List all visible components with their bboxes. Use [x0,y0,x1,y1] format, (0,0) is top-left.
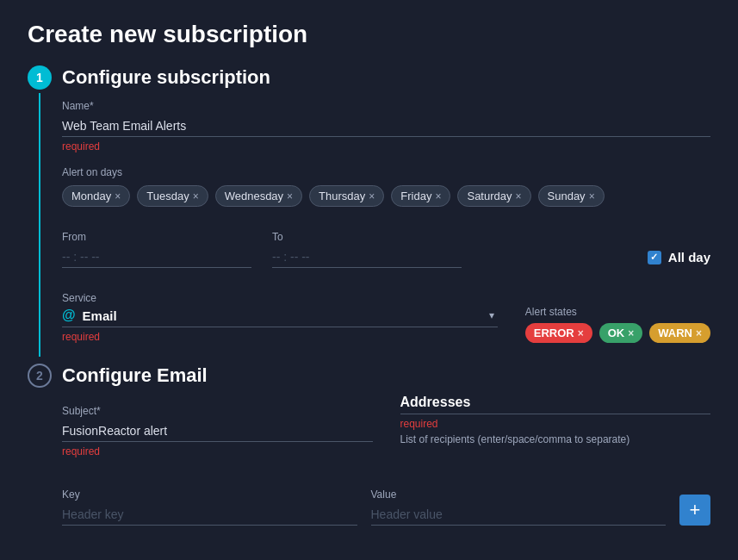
value-label: Value [371,488,667,501]
alert-states-label: Alert states [525,306,710,318]
section2-title: Configure Email [62,364,208,387]
tag-saturday[interactable]: Saturday × [457,185,530,207]
addresses-error: required [400,418,711,430]
section1-title: Configure subscription [62,66,270,89]
name-input[interactable] [62,115,710,137]
key-value-row: Key Value + [62,478,710,526]
to-input[interactable] [272,246,462,268]
alert-tag-error[interactable]: ERROR × [525,323,592,343]
addresses-col: Addresses required List of recipients (e… [400,395,711,457]
service-value: Email [83,308,117,323]
value-field: Value [371,478,667,526]
alert-tag-warn[interactable]: WARN × [649,323,710,343]
service-error: required [62,331,498,343]
to-label: To [272,231,462,243]
step2-badge: 2 [28,364,52,388]
subject-col: Subject* required [62,395,373,457]
remove-warn-icon[interactable]: × [696,327,702,339]
addresses-label: Addresses [400,395,711,410]
addresses-divider [400,414,711,414]
remove-sunday-icon[interactable]: × [589,190,595,202]
remove-tuesday-icon[interactable]: × [193,190,199,202]
key-field: Key [62,478,357,526]
all-day-label: All day [668,250,710,264]
from-field: From [62,221,251,268]
remove-saturday-icon[interactable]: × [516,190,522,202]
from-label: From [62,231,251,243]
tag-tuesday[interactable]: Tuesday × [137,185,208,207]
all-day-checkbox[interactable] [648,251,661,264]
days-label: Alert on days [62,166,710,178]
remove-friday-icon[interactable]: × [435,190,441,202]
remove-monday-icon[interactable]: × [115,190,121,202]
tag-wednesday[interactable]: Wednesday × [215,185,302,207]
chevron-down-icon: ▾ [489,309,494,321]
page-title: Create new subscription [28,21,710,48]
to-field: To [272,221,462,268]
remove-error-icon[interactable]: × [578,327,584,339]
key-input[interactable] [62,504,357,526]
service-label: Service [62,292,498,304]
remove-wednesday-icon[interactable]: × [287,190,293,202]
remove-thursday-icon[interactable]: × [369,190,375,202]
tag-sunday[interactable]: Sunday × [538,185,605,207]
subject-label: Subject* [62,405,373,417]
days-tags-container: Monday × Tuesday × Wednesday × Thursday … [62,185,710,207]
addresses-hint: List of recipients (enter/space/comma to… [400,433,711,445]
subject-input[interactable] [62,420,373,442]
all-day-container[interactable]: All day [648,250,710,268]
name-label: Name* [62,100,710,112]
key-label: Key [62,488,357,501]
subject-error: required [62,445,373,457]
service-select[interactable]: @ Email ▾ [62,308,498,327]
value-input[interactable] [371,504,667,526]
tag-friday[interactable]: Friday × [391,185,450,207]
add-button[interactable]: + [679,495,710,526]
alert-states-container: Alert states ERROR × OK × WARN × [525,306,710,343]
name-error: required [62,140,710,152]
alert-tags: ERROR × OK × WARN × [525,323,710,343]
email-at-icon: @ [62,308,76,323]
from-input[interactable] [62,246,251,268]
alert-tag-ok[interactable]: OK × [599,323,643,343]
remove-ok-icon[interactable]: × [628,327,634,339]
tag-thursday[interactable]: Thursday × [309,185,384,207]
step1-badge: 1 [28,65,52,90]
tag-monday[interactable]: Monday × [62,185,130,207]
